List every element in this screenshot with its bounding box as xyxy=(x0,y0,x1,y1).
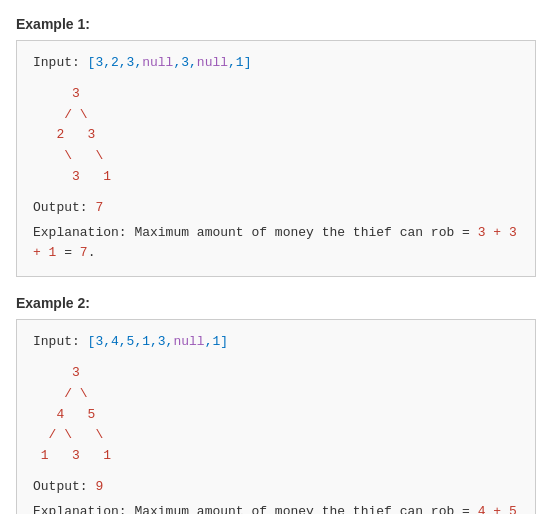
example1-section: Example 1: Input: [3,2,3,null,3,null,1] … xyxy=(16,16,536,277)
example1-tree-line5: 3 1 xyxy=(33,167,519,188)
example1-explanation: Explanation: Maximum amount of money the… xyxy=(33,223,519,265)
example2-input-label: Input: xyxy=(33,334,88,349)
example2-code-block: Input: [3,4,5,1,3,null,1] 3 / \ 4 5 / \ … xyxy=(16,319,536,514)
example2-tree: 3 / \ 4 5 / \ \ 1 3 1 xyxy=(33,363,519,467)
example1-input-label: Input: xyxy=(33,55,88,70)
example1-title: Example 1: xyxy=(16,16,536,32)
example1-null2: null xyxy=(197,55,228,70)
example2-tree-line2: / \ xyxy=(33,384,519,405)
example1-eq2: = xyxy=(56,245,79,260)
example1-tree-line2: / \ xyxy=(33,105,519,126)
example1-input-array-mid: ,3, xyxy=(173,55,196,70)
example2-explanation-prefix: Explanation: Maximum amount of money the… xyxy=(33,504,478,514)
example2-tree-line4: / \ \ xyxy=(33,425,519,446)
example2-tree-line5: 1 3 1 xyxy=(33,446,519,467)
example1-output-line: Output: 7 xyxy=(33,198,519,219)
example1-input-array-suffix: ,1] xyxy=(228,55,251,70)
example2-explanation: Explanation: Maximum amount of money the… xyxy=(33,502,519,514)
example1-tree-line3: 2 3 xyxy=(33,125,519,146)
example2-null1: null xyxy=(173,334,204,349)
example1-code-block: Input: [3,2,3,null,3,null,1] 3 / \ 2 3 \… xyxy=(16,40,536,277)
example2-tree-line3: 4 5 xyxy=(33,405,519,426)
example1-input-array-prefix: [3,2,3, xyxy=(88,55,143,70)
example1-output-value: 7 xyxy=(95,200,103,215)
example2-output-line: Output: 9 xyxy=(33,477,519,498)
example2-eq: 4 + 5 xyxy=(478,504,517,514)
example1-result: 7 xyxy=(80,245,88,260)
example2-title: Example 2: xyxy=(16,295,536,311)
example1-output-label: Output: xyxy=(33,200,95,215)
example2-input-array-prefix: [3,4,5,1,3, xyxy=(88,334,174,349)
example1-suffix: . xyxy=(88,245,96,260)
example1-explanation-prefix: Explanation: Maximum amount of money the… xyxy=(33,225,478,240)
example2-input-line: Input: [3,4,5,1,3,null,1] xyxy=(33,332,519,353)
example1-null1: null xyxy=(142,55,173,70)
example1-tree-line1: 3 xyxy=(33,84,519,105)
example1-tree: 3 / \ 2 3 \ \ 3 1 xyxy=(33,84,519,188)
example2-output-label: Output: xyxy=(33,479,95,494)
example1-tree-line4: \ \ xyxy=(33,146,519,167)
example1-input-line: Input: [3,2,3,null,3,null,1] xyxy=(33,53,519,74)
example2-output-value: 9 xyxy=(95,479,103,494)
example2-tree-line1: 3 xyxy=(33,363,519,384)
example2-input-array-suffix: ,1] xyxy=(205,334,228,349)
example2-section: Example 2: Input: [3,4,5,1,3,null,1] 3 /… xyxy=(16,295,536,514)
